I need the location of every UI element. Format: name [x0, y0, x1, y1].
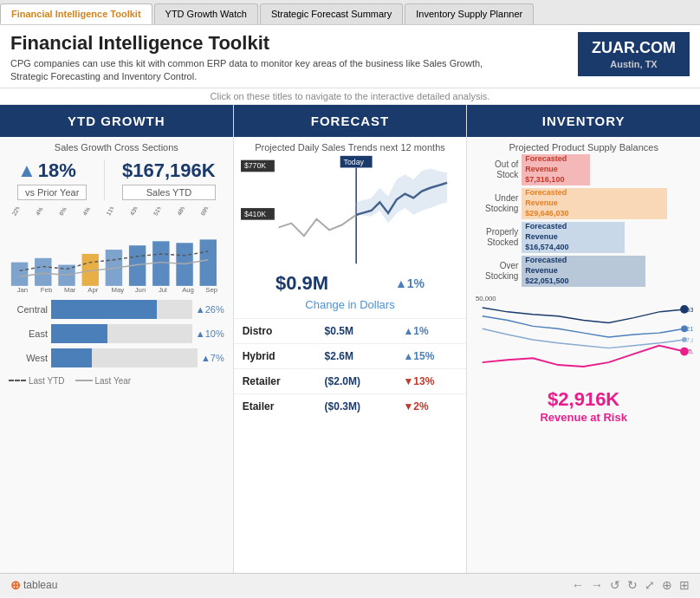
forecast-header[interactable]: FORECAST [234, 105, 467, 137]
tableau-label: tableau [23, 579, 57, 591]
inv-row-over: OverStocking ForecastedRevenue$22,051,50… [474, 256, 693, 287]
hbar-central-label: Central [9, 304, 48, 315]
hbar-east-pct: ▲10% [196, 328, 224, 339]
forecast-row-retailer: Retailer ($2.0M) ▼13% [234, 368, 467, 393]
header-description: CPG companies can use this kit with comm… [10, 57, 513, 84]
inv-row-proper: ProperlyStocked ForecastedRevenue$16,574… [474, 222, 693, 253]
etailer-label: Etailer [234, 393, 316, 419]
svg-text:21,220: 21,220 [686, 325, 693, 333]
distro-val: $0.5M [316, 318, 395, 343]
page-title: Financial Intelligence Toolkit [10, 32, 513, 55]
forecast-main-val: $0.9M [275, 272, 328, 295]
hbar-west-bar [51, 348, 198, 367]
inv-line-chart: 50,000 53,196 21,220 7,092 -5,302 [467, 289, 700, 385]
forecast-row-distro: Distro $0.5M ▲1% [234, 318, 467, 343]
ytd-header[interactable]: YTD GROWTH [0, 105, 233, 137]
share-icon[interactable]: ⊕ [662, 578, 672, 592]
inv-line-chart-svg: 50,000 53,196 21,220 7,092 -5,302 [474, 289, 693, 385]
forecast-table: Distro $0.5M ▲1% Hybrid $2.6M ▲15% Retai… [234, 318, 467, 419]
inv-row-under: UnderStocking ForecastedRevenue$29,646,0… [474, 188, 693, 219]
svg-text:7,092: 7,092 [686, 336, 693, 344]
ytd-metrics: ▲ 18% vs Prior Year $167,196K Sales YTD [0, 154, 233, 205]
header: Financial Intelligence Toolkit CPG compa… [0, 25, 700, 88]
brand-sub: Austin, TX [592, 59, 676, 69]
ytd-growth-value: ▲ 18% [17, 159, 87, 182]
inv-proper-label: ProperlyStocked [474, 222, 522, 253]
hbar-central-bar [51, 300, 192, 319]
change-in-dollars-label: Change in Dollars [234, 296, 467, 318]
brand-name: ZUAR.COM [592, 39, 676, 57]
tab-financial-intelligence[interactable]: Financial Intelligence Toolkit [0, 3, 152, 24]
inventory-column: INVENTORY Projected Product Supply Balan… [467, 105, 700, 573]
inv-under-bar-wrap: ForecastedRevenue$29,646,030 [522, 188, 693, 219]
svg-text:Feb: Feb [41, 285, 52, 293]
tab-inventory-supply[interactable]: Inventory Supply Planner [405, 3, 534, 24]
retailer-label: Retailer [234, 368, 316, 393]
ytd-growth-metric: ▲ 18% vs Prior Year [17, 159, 87, 200]
ytd-chart-svg: 22% 4% 6% 4% 11% 43% 51% 48% 69% [7, 207, 226, 296]
revenue-at-risk-label: Revenue at Risk [467, 411, 700, 424]
svg-text:$770K: $770K [244, 161, 266, 170]
svg-text:4%: 4% [35, 207, 44, 217]
svg-text:Jul: Jul [159, 285, 167, 293]
ytd-sales-value: $167,196K [122, 159, 216, 182]
inv-out-bar-wrap: ForecastedRevenue$7,316,100 [522, 154, 693, 185]
svg-text:Jun: Jun [135, 285, 146, 293]
tableau-logo: ⊕ tableau [10, 578, 57, 592]
tab-strategic-forecast[interactable]: Strategic Forecast Summary [260, 3, 403, 24]
svg-text:48%: 48% [176, 207, 187, 217]
header-left: Financial Intelligence Toolkit CPG compa… [10, 32, 513, 84]
svg-rect-10 [35, 258, 51, 286]
tab-bar: Financial Intelligence Toolkit YTD Growt… [0, 0, 700, 25]
hybrid-chg: ▲15% [394, 343, 466, 368]
nav-hint: Click on these titles to navigate to the… [0, 88, 700, 105]
svg-marker-34 [356, 168, 447, 223]
refresh-icon[interactable]: ↺ [610, 578, 620, 592]
forecast-row-hybrid: Hybrid $2.6M ▲15% [234, 343, 467, 368]
inv-out-label: Out ofStock [474, 154, 522, 185]
tableau-icon: ⊕ [10, 578, 21, 592]
inv-out-bar: ForecastedRevenue$7,316,100 [522, 154, 590, 185]
hbar-east-inner [51, 324, 107, 343]
etailer-val: ($0.3M) [316, 393, 395, 419]
forecast-dollar-val: $0.9M [275, 272, 328, 295]
expand-icon[interactable]: ⤢ [645, 578, 655, 592]
retailer-val: ($2.0M) [316, 368, 395, 393]
inventory-header[interactable]: INVENTORY [467, 105, 700, 137]
hbar-central-pct: ▲26% [196, 304, 224, 315]
inventory-bar-rows: Out ofStock ForecastedRevenue$7,316,100 … [467, 154, 700, 287]
svg-text:-5,302: -5,302 [686, 348, 693, 355]
ytd-prior-label: vs Prior Year [17, 185, 87, 200]
distro-chg: ▲1% [394, 318, 466, 343]
svg-text:Sep: Sep [205, 285, 217, 293]
ytd-sales-label: Sales YTD [122, 185, 216, 200]
redo-icon[interactable]: → [591, 578, 603, 592]
revenue-at-risk-val: $2,916K [467, 388, 700, 411]
ytd-subtitle: Sales Growth Cross Sections [0, 137, 233, 154]
bottom-icons: ← → ↺ ↻ ⤢ ⊕ ⊞ [572, 578, 690, 592]
hybrid-label: Hybrid [234, 343, 316, 368]
distro-label: Distro [234, 318, 316, 343]
reset-icon[interactable]: ↻ [627, 578, 638, 592]
svg-text:Mar: Mar [64, 285, 76, 293]
svg-text:22%: 22% [11, 207, 23, 217]
hbar-east: East ▲10% [9, 324, 224, 343]
svg-text:4%: 4% [81, 207, 91, 217]
legend-dashed-icon [9, 380, 26, 381]
forecast-pct-change: ▲1% [395, 276, 425, 290]
svg-text:6%: 6% [58, 207, 68, 217]
inv-proper-text: ForecastedRevenue$16,574,400 [525, 222, 568, 252]
inv-over-text: ForecastedRevenue$22,051,500 [525, 256, 568, 286]
brand-logo: ZUAR.COM Austin, TX [578, 32, 690, 76]
undo-icon[interactable]: ← [572, 578, 584, 592]
download-icon[interactable]: ⊞ [679, 578, 690, 592]
inv-over-bar-wrap: ForecastedRevenue$22,051,500 [522, 256, 693, 287]
forecast-row-etailer: Etailer ($0.3M) ▼2% [234, 393, 467, 419]
svg-text:51%: 51% [152, 207, 164, 217]
tab-ytd-growth[interactable]: YTD Growth Watch [154, 3, 258, 24]
forecast-pct-val: ▲1% [395, 276, 425, 290]
inventory-subtitle: Projected Product Supply Balances [467, 137, 700, 154]
svg-text:69%: 69% [199, 207, 211, 217]
legend-solid-icon [75, 380, 93, 381]
svg-text:$410K: $410K [244, 210, 266, 218]
